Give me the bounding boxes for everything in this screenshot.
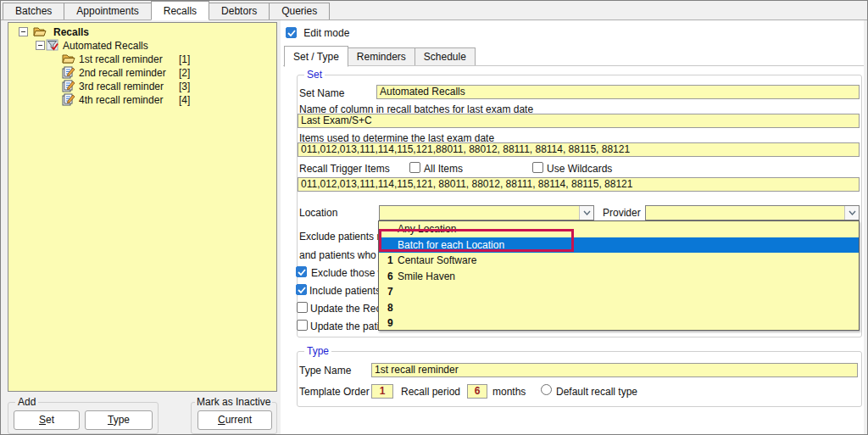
set-group-label: Set: [304, 69, 325, 81]
doc-pencil-icon: [62, 93, 75, 106]
provider-combobox[interactable]: All, Providers: [645, 205, 860, 220]
column-name-field[interactable]: Last Exam/S+C: [298, 114, 860, 128]
tree-label: 2nd recall reminder: [79, 67, 166, 79]
doc-pencil-icon: [62, 66, 75, 79]
type-name-field[interactable]: 1st recall reminder: [371, 363, 858, 377]
tab-debtors[interactable]: Debtors: [209, 3, 270, 20]
exclude-patients-text: Exclude patients no: [299, 231, 388, 243]
add-group: Add Set Type: [8, 402, 159, 434]
option-label: Centaur Software: [398, 253, 859, 269]
doc-pencil-icon: [62, 80, 75, 92]
edit-mode-checkbox[interactable]: [286, 27, 297, 38]
tree-label: 4th recall reminder: [79, 94, 163, 106]
tree-item-3rd-recall[interactable]: 3rd recall reminder [3]: [8, 80, 276, 93]
dropdown-option-centaur-software[interactable]: 1 Centaur Software: [379, 253, 859, 269]
type-group: Type: [297, 351, 862, 407]
use-wildcards-checkbox[interactable]: [532, 162, 543, 173]
main-tab-bar: Batches Appointments Recalls Debtors Que…: [1, 1, 867, 20]
and-patients-text: and patients who ha: [299, 249, 390, 261]
exclude-those-label: Exclude those w: [311, 267, 385, 279]
default-recall-label: Default recall type: [556, 386, 637, 398]
items-field[interactable]: 011,012,013,111,114,115,121,88011, 88012…: [298, 142, 860, 157]
exclude-those-checkbox[interactable]: [296, 266, 307, 277]
tab-appointments[interactable]: Appointments: [64, 3, 151, 20]
dropdown-option-7[interactable]: 7: [379, 284, 859, 300]
recalls-detail-panel: Edit mode Set / Type Reminders Schedule …: [281, 20, 864, 435]
dropdown-option-8[interactable]: 8: [379, 300, 859, 316]
add-group-label: Add: [15, 396, 38, 408]
funnel-icon: [46, 39, 59, 52]
provider-label: Provider: [603, 207, 641, 219]
open-folder-icon: [62, 53, 75, 65]
tab-queries[interactable]: Queries: [269, 3, 330, 20]
option-label: [398, 284, 859, 300]
mark-inactive-label: Mark as Inactive: [195, 396, 272, 408]
option-label: Batch for each Location: [398, 237, 859, 254]
update-recall-label: Update the Recal: [310, 303, 389, 315]
option-label: [398, 315, 859, 332]
add-type-button[interactable]: Type: [85, 410, 153, 430]
location-dropdown-list: Any Location Batch for each Location 1 C…: [378, 220, 860, 331]
template-order-label: Template Order: [299, 386, 370, 398]
option-number: 6: [379, 269, 398, 285]
recall-trigger-field[interactable]: 011,012,013,111,114,115,121, 88011, 8801…: [298, 177, 860, 192]
tree-label: Recalls: [53, 26, 89, 38]
mark-inactive-current-button[interactable]: Current: [198, 410, 272, 430]
default-recall-checkbox[interactable]: [541, 384, 552, 395]
recall-period-label: Recall period: [401, 386, 460, 398]
collapse-icon[interactable]: [19, 27, 28, 36]
option-number: 7: [379, 284, 398, 300]
edit-mode-label: Edit mode: [303, 27, 349, 39]
use-wildcards-label: Use Wildcards: [547, 163, 612, 175]
detail-tab-bar: Set / Type Reminders Schedule: [285, 45, 476, 66]
edit-mode-row: Edit mode: [286, 26, 349, 39]
tree-item-count: [2]: [179, 67, 190, 79]
option-number: [379, 237, 398, 254]
set-name-field[interactable]: Automated Recalls: [376, 85, 860, 99]
tree-item-count: [4]: [179, 94, 190, 106]
option-number: 9: [379, 315, 398, 332]
collapse-icon[interactable]: [36, 41, 45, 50]
location-combobox[interactable]: Batch for each Location: [379, 205, 594, 220]
type-name-label: Type Name: [299, 365, 351, 376]
recalls-window: Batches Appointments Recalls Debtors Que…: [0, 0, 868, 435]
dropdown-option-9[interactable]: 9: [379, 315, 859, 332]
option-number: 8: [379, 300, 398, 316]
tree-item-1st-recall[interactable]: 1st recall reminder [1]: [8, 53, 276, 66]
update-recall-checkbox[interactable]: [297, 302, 308, 313]
tree-item-4th-recall[interactable]: 4th recall reminder [4]: [8, 93, 276, 107]
update-patient-checkbox[interactable]: [297, 320, 308, 331]
tree-item-automated-recalls[interactable]: Automated Recalls: [8, 39, 276, 53]
dropdown-option-smile-haven[interactable]: 6 Smile Haven: [379, 269, 859, 285]
template-order-field[interactable]: 1: [371, 384, 393, 399]
tab-reminders[interactable]: Reminders: [348, 47, 415, 66]
option-label: Smile Haven: [398, 269, 859, 285]
tab-batches[interactable]: Batches: [3, 3, 64, 20]
option-label: Any Location: [398, 221, 859, 237]
tree-label: 3rd recall reminder: [79, 81, 164, 92]
tab-set-type[interactable]: Set / Type: [284, 46, 348, 67]
all-items-checkbox[interactable]: [409, 162, 420, 173]
tab-recalls[interactable]: Recalls: [151, 1, 209, 20]
recall-period-field[interactable]: 6: [467, 384, 487, 399]
recall-trigger-label: Recall Trigger Items: [299, 163, 390, 175]
option-label: [398, 300, 859, 316]
months-label: months: [492, 386, 526, 398]
type-group-label: Type: [304, 345, 331, 357]
include-patients-checkbox[interactable]: [296, 284, 307, 295]
set-type-page: Set Set Name Automated Recalls Name of c…: [283, 65, 864, 435]
tree-item-recalls[interactable]: Recalls: [8, 25, 276, 39]
tree-item-2nd-recall[interactable]: 2nd recall reminder [2]: [8, 66, 276, 80]
tree-item-count: [3]: [179, 81, 190, 92]
mark-inactive-group: Mark as Inactive Current: [191, 402, 277, 434]
option-number: 1: [379, 253, 398, 269]
chevron-down-icon[interactable]: [844, 206, 859, 220]
set-name-label: Set Name: [299, 87, 344, 99]
tree-label: Automated Recalls: [63, 40, 148, 52]
all-items-label: All Items: [424, 163, 463, 175]
dropdown-option-any-location[interactable]: Any Location: [379, 221, 859, 237]
tab-schedule[interactable]: Schedule: [415, 47, 476, 66]
chevron-down-icon[interactable]: [579, 206, 593, 220]
add-set-button[interactable]: Set: [14, 410, 80, 430]
dropdown-option-batch-for-each-location[interactable]: Batch for each Location: [379, 237, 859, 254]
